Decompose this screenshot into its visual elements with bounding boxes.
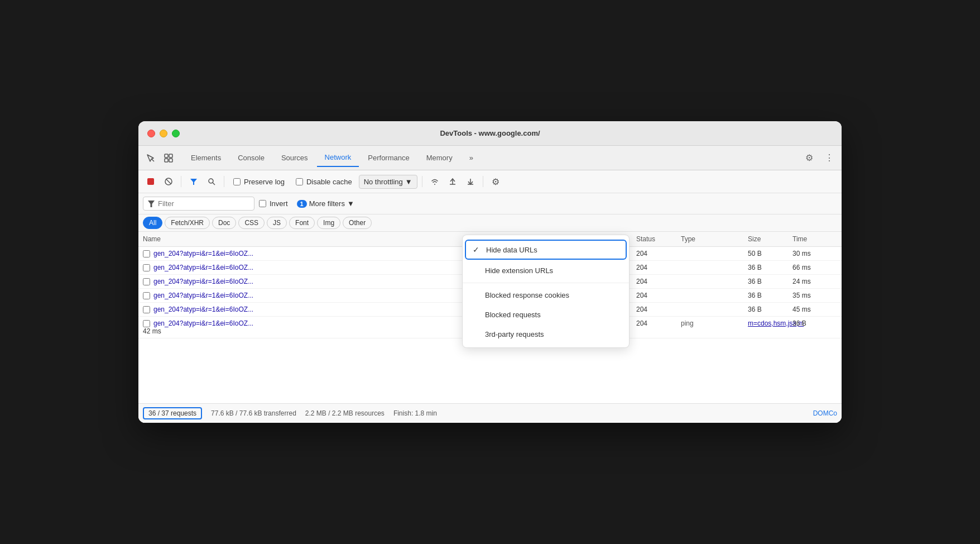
row-checkbox[interactable] (143, 292, 150, 299)
wifi-icon[interactable] (427, 174, 443, 189)
toolbar-separator-1 (181, 176, 181, 187)
svg-rect-4 (169, 159, 172, 162)
header-size: Size (748, 235, 792, 243)
tab-memory[interactable]: Memory (419, 149, 460, 166)
tab-console[interactable]: Console (230, 149, 272, 166)
row-time: 35 ms (792, 292, 837, 299)
row-name: gen_204?atyp=i&r=1&ei=6IoOZ... (153, 278, 253, 285)
svg-rect-1 (165, 154, 168, 158)
row-size: 36 B (748, 264, 792, 271)
network-settings-button[interactable]: ⚙ (488, 174, 503, 189)
minimize-button[interactable] (160, 130, 167, 137)
row-checkbox[interactable] (143, 278, 150, 285)
preserve-log-group[interactable]: Preserve log (229, 178, 289, 186)
row-time: 30 ms (792, 250, 837, 257)
row-size: 50 B (748, 250, 792, 257)
type-filter-css[interactable]: CSS (238, 217, 265, 229)
disable-cache-label: Disable cache (306, 178, 352, 186)
row-size: 36 B (748, 306, 792, 313)
type-filter-fetchxhr[interactable]: Fetch/XHR (165, 217, 210, 229)
type-filter-js[interactable]: JS (267, 217, 287, 229)
tab-sources[interactable]: Sources (273, 149, 316, 166)
tab-network[interactable]: Network (317, 149, 359, 167)
row-size: 36 B (748, 292, 792, 299)
tab-bar: Elements Console Sources Network Perform… (138, 146, 842, 170)
type-filter-all[interactable]: All (143, 217, 162, 229)
row-checkbox[interactable] (143, 264, 150, 271)
row-time: 45 ms (792, 306, 837, 313)
filter-icon (148, 201, 155, 207)
svg-rect-3 (165, 159, 168, 162)
tab-elements[interactable]: Elements (183, 149, 229, 166)
disable-cache-checkbox[interactable] (296, 178, 303, 185)
row-time: 66 ms (792, 264, 837, 271)
row-status: 204 (636, 319, 681, 327)
filter-bar: Invert 1 More filters ▼ (138, 193, 842, 214)
dropdown-item-label: Hide data URLs (486, 246, 537, 254)
row-size: 36 B (748, 278, 792, 285)
inspect-icon[interactable] (161, 150, 176, 166)
devtools-window: DevTools - www.google.com/ (138, 121, 842, 423)
dropdown-item-label: Hide extension URLs (485, 266, 553, 275)
type-filter-bar: All Fetch/XHR Doc CSS JS Font Img Other … (138, 214, 842, 232)
dropdown-item-blocked-requests[interactable]: Blocked requests (463, 305, 629, 325)
devtools-content: Elements Console Sources Network Perform… (138, 146, 842, 423)
upload-har-button[interactable] (445, 174, 460, 189)
filter-input[interactable] (158, 199, 247, 208)
traffic-lights (147, 130, 180, 137)
status-finish: Finish: 1.8 min (393, 409, 437, 417)
row-checkbox[interactable] (143, 320, 150, 327)
row-checkbox[interactable] (143, 250, 150, 257)
maximize-button[interactable] (172, 130, 180, 137)
throttling-select[interactable]: No throttling ▼ (359, 175, 417, 189)
tab-bar-icons (143, 150, 176, 166)
type-filter-font[interactable]: Font (289, 217, 315, 229)
header-status: Status (636, 235, 681, 243)
throttling-label: No throttling (364, 178, 403, 186)
toolbar-separator-4 (483, 176, 483, 187)
dropdown-item-label: 3rd-party requests (485, 330, 544, 338)
filter-button[interactable] (186, 174, 201, 189)
row-type: ping (681, 319, 748, 327)
row-status: 204 (636, 278, 681, 285)
dropdown-item-3rd-party-requests[interactable]: 3rd-party requests (463, 325, 629, 344)
row-status: 204 (636, 306, 681, 313)
row-checkbox[interactable] (143, 306, 150, 313)
search-button[interactable] (204, 174, 219, 189)
settings-icon[interactable]: ⚙ (801, 150, 817, 166)
clear-button[interactable] (161, 174, 176, 189)
more-menu-icon[interactable]: ⋮ (822, 150, 837, 166)
invert-label: Invert (270, 199, 288, 208)
cursor-icon[interactable] (143, 150, 158, 166)
more-filters-chevron-icon: ▼ (347, 199, 354, 208)
close-button[interactable] (147, 130, 155, 137)
row-initiator: m=cdos,hsm,jsa,m (748, 319, 792, 327)
svg-line-7 (166, 179, 171, 184)
tab-more[interactable]: » (462, 149, 481, 166)
download-har-button[interactable] (463, 174, 478, 189)
dropdown-item-label: Blocked response cookies (485, 291, 569, 299)
type-filter-other[interactable]: Other (343, 217, 372, 229)
row-status: 204 (636, 292, 681, 299)
row-name: gen_204?atyp=i&r=1&ei=6IoOZ... (153, 306, 253, 313)
toolbar-separator-2 (224, 176, 224, 187)
dropdown-item-blocked-response-cookies[interactable]: Blocked response cookies (463, 285, 629, 305)
type-filter-img[interactable]: Img (317, 217, 340, 229)
tab-performance[interactable]: Performance (360, 149, 417, 166)
header-type: Type (681, 235, 748, 243)
svg-rect-5 (147, 178, 154, 185)
dropdown-separator (463, 283, 629, 283)
invert-group[interactable]: Invert (259, 199, 288, 208)
dropdown-item-hide-data-urls[interactable]: ✓ Hide data URLs (465, 240, 627, 260)
more-filters-button[interactable]: 1 More filters ▼ (292, 197, 359, 210)
more-filters-label: More filters (309, 199, 345, 208)
dropdown-item-hide-extension-urls[interactable]: Hide extension URLs (463, 261, 629, 280)
status-transferred: 77.6 kB / 77.6 kB transferred (211, 409, 296, 417)
row-size: 36 B (792, 319, 837, 327)
invert-checkbox[interactable] (259, 200, 266, 207)
disable-cache-group[interactable]: Disable cache (291, 178, 357, 186)
type-filter-doc[interactable]: Doc (212, 217, 236, 229)
row-status: 204 (636, 250, 681, 257)
stop-recording-button[interactable] (143, 174, 158, 189)
preserve-log-checkbox[interactable] (233, 178, 241, 185)
